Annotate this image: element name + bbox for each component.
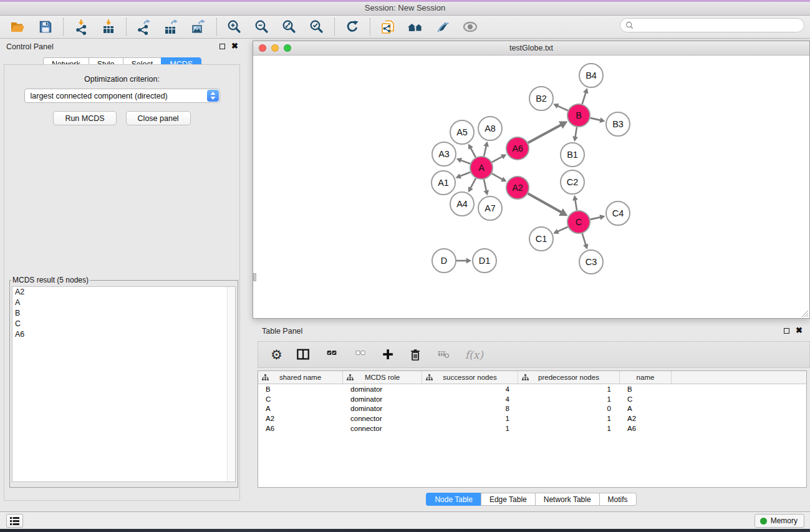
- run-mcds-button[interactable]: Run MCDS: [53, 111, 116, 125]
- table-row[interactable]: Bdominator41B: [258, 384, 806, 394]
- toggle-column-panel-icon[interactable]: [296, 346, 311, 364]
- tab-motifs[interactable]: Motifs: [599, 493, 637, 506]
- edge-A-A7[interactable]: [484, 180, 486, 192]
- table-row[interactable]: A2connector11A2: [258, 414, 806, 423]
- graph-node-B4[interactable]: B4: [579, 64, 603, 87]
- close-panel-icon[interactable]: ✖: [231, 43, 238, 49]
- create-column-icon[interactable]: [382, 346, 395, 364]
- close-table-panel-icon[interactable]: ✖: [796, 327, 803, 334]
- column-header-MCDS-role[interactable]: MCDS role: [343, 371, 422, 384]
- graph-node-B2[interactable]: B2: [529, 87, 553, 110]
- mcds-result-item[interactable]: B: [12, 308, 235, 319]
- result-scrollbar[interactable]: [227, 287, 235, 481]
- graph-node-A7[interactable]: A7: [478, 196, 502, 220]
- graph-node-C[interactable]: C: [567, 211, 590, 233]
- select-all-icon[interactable]: [324, 346, 339, 364]
- mcds-result-item[interactable]: C: [12, 319, 235, 329]
- table-row[interactable]: Cdominator41C: [258, 394, 806, 404]
- search-input[interactable]: [637, 21, 799, 30]
- graph-node-B[interactable]: B: [567, 104, 590, 127]
- edge-B-B1[interactable]: [575, 127, 577, 138]
- export-network-icon[interactable]: [132, 17, 156, 37]
- new-network-from-selection-icon[interactable]: [376, 17, 400, 37]
- edge-A-A5[interactable]: [470, 147, 476, 157]
- save-session-icon[interactable]: [34, 17, 57, 37]
- graph-node-B1[interactable]: B1: [561, 143, 584, 167]
- show-graphics-details-icon[interactable]: [458, 17, 482, 37]
- edge-A2-C[interactable]: [528, 193, 564, 213]
- delete-column-icon[interactable]: [409, 346, 423, 364]
- export-table-icon[interactable]: [160, 17, 183, 37]
- table-row[interactable]: Adominator80A: [258, 404, 806, 414]
- graph-node-D1[interactable]: D1: [473, 249, 496, 273]
- edge-C-C2[interactable]: [575, 199, 577, 210]
- table-options-icon[interactable]: ⚙: [271, 346, 282, 364]
- graph-node-C1[interactable]: C1: [529, 227, 553, 251]
- network-canvas[interactable]: B4B2BB3A8A5A6B1A3AC2A1A2A4A7C4CC1C3DD1: [253, 56, 809, 318]
- tab-edge-table[interactable]: Edge Table: [481, 493, 535, 506]
- mcds-result-item[interactable]: A: [12, 297, 235, 308]
- mcds-result-item[interactable]: A6: [12, 329, 235, 340]
- edge-arrowhead: [572, 136, 578, 142]
- column-header-name[interactable]: name: [620, 371, 672, 384]
- network-window-titlebar[interactable]: testGlobe.txt: [253, 41, 809, 56]
- graph-node-A3[interactable]: A3: [432, 142, 456, 166]
- optimization-criterion-select[interactable]: largest connected component (directed): [24, 89, 220, 103]
- column-header-shared-name[interactable]: shared name: [258, 371, 343, 384]
- export-image-icon[interactable]: [187, 17, 211, 37]
- edge-C-C4[interactable]: [591, 217, 602, 220]
- table-row[interactable]: A6connector11A6: [258, 423, 806, 433]
- graph-node-B3[interactable]: B3: [606, 112, 630, 136]
- graph-node-C2[interactable]: C2: [561, 170, 584, 194]
- edge-A-A8[interactable]: [484, 145, 486, 157]
- cell-successor: 1: [422, 425, 518, 432]
- mcds-result-item[interactable]: A2: [12, 287, 235, 297]
- task-history-button[interactable]: [6, 514, 23, 528]
- float-panel-icon[interactable]: [219, 44, 225, 49]
- refresh-icon[interactable]: [340, 17, 364, 37]
- edge-A-A2[interactable]: [492, 173, 503, 180]
- mcds-result-list[interactable]: A2ABCA6: [12, 286, 236, 482]
- open-session-icon[interactable]: [6, 17, 30, 37]
- column-header-successor-nodes[interactable]: successor nodes: [422, 371, 518, 384]
- close-panel-button[interactable]: Close panel: [126, 111, 191, 125]
- edge-B-B2[interactable]: [557, 105, 568, 110]
- edge-B-B4[interactable]: [582, 92, 586, 104]
- edge-B-B3[interactable]: [591, 118, 602, 120]
- graph-node-A2[interactable]: A2: [506, 177, 529, 199]
- zoom-fit-icon[interactable]: [277, 17, 301, 37]
- tab-node-table[interactable]: Node Table: [426, 493, 481, 506]
- deselect-all-icon[interactable]: [353, 346, 368, 364]
- edge-A-A4[interactable]: [470, 178, 476, 189]
- edge-A-A1[interactable]: [459, 172, 470, 177]
- graph-node-A4[interactable]: A4: [450, 192, 474, 216]
- graph-node-A8[interactable]: A8: [478, 117, 502, 140]
- canvas-left-handle[interactable]: [253, 273, 256, 281]
- graph-node-A5[interactable]: A5: [450, 120, 474, 144]
- import-table-icon[interactable]: [97, 17, 120, 37]
- graph-node-D[interactable]: D: [432, 249, 456, 273]
- edge-C-C3[interactable]: [582, 233, 586, 246]
- float-table-panel-icon[interactable]: [784, 328, 789, 334]
- graph-node-C3[interactable]: C3: [579, 250, 603, 274]
- edge-A-A6[interactable]: [492, 156, 503, 162]
- graph-node-C4[interactable]: C4: [606, 201, 630, 225]
- search-field[interactable]: [620, 18, 804, 32]
- edge-C-C1[interactable]: [557, 227, 568, 232]
- edge-A-A3[interactable]: [460, 160, 470, 163]
- hide-annotations-icon[interactable]: [431, 17, 455, 37]
- graph-node-A[interactable]: A: [470, 157, 493, 179]
- import-network-icon[interactable]: [69, 17, 93, 37]
- window-resize-grip[interactable]: [801, 309, 809, 317]
- column-header-predecessor-nodes[interactable]: predecessor nodes: [518, 371, 620, 384]
- node-label: B2: [536, 94, 547, 104]
- edge-A6-B[interactable]: [528, 124, 563, 143]
- graph-node-A1[interactable]: A1: [432, 171, 455, 195]
- zoom-in-icon[interactable]: [223, 17, 246, 37]
- zoom-selected-icon[interactable]: [305, 17, 329, 37]
- zoom-out-icon[interactable]: [250, 17, 274, 37]
- tab-network-table[interactable]: Network Table: [535, 493, 599, 506]
- graph-node-A6[interactable]: A6: [506, 137, 529, 160]
- memory-button[interactable]: Memory: [755, 514, 804, 528]
- first-neighbors-icon[interactable]: [403, 17, 427, 37]
